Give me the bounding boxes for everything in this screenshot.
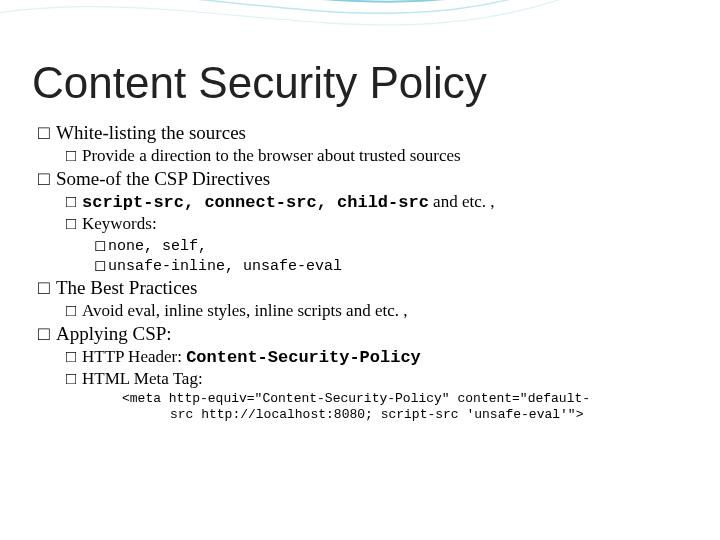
- bullet-text: and etc. ,: [429, 192, 495, 211]
- bullet-marker: ◻: [94, 256, 108, 274]
- bullet-marker: □: [38, 168, 56, 190]
- bullet-keywords-1: ◻ none, self,: [94, 236, 688, 255]
- bullet-marker: ◻: [94, 236, 108, 254]
- bullet-applying: □ Applying CSP:: [38, 323, 688, 345]
- code-line-2: src http://localhost:8080; script-src 'u…: [122, 407, 688, 423]
- bullet-directives: □ Some-of the CSP Directives: [38, 168, 688, 190]
- code-line-1: <meta http-equiv="Content-Security-Polic…: [122, 391, 590, 406]
- bullet-text: HTTP Header:: [82, 347, 186, 366]
- bullet-text: HTML Meta Tag:: [82, 369, 203, 388]
- bullet-keywords-2: ◻ unsafe-inline, unsafe-eval: [94, 256, 688, 275]
- bullet-whitelisting-sub: □ Provide a direction to the browser abo…: [66, 146, 688, 166]
- code-text: Content-Security-Policy: [186, 348, 421, 367]
- bullet-marker: □: [66, 192, 82, 212]
- code-text: unsafe-inline, unsafe-eval: [108, 258, 342, 275]
- bullet-text: White-listing the sources: [56, 122, 246, 143]
- code-text: script-src, connect-src, child-src: [82, 193, 429, 212]
- bullet-http-header: □ HTTP Header: Content-Security-Policy: [66, 347, 688, 367]
- bullet-directives-codes: □ script-src, connect-src, child-src and…: [66, 192, 688, 212]
- bullet-marker: □: [66, 301, 82, 321]
- bullet-text: The Best Practices: [56, 277, 197, 298]
- bullet-whitelisting: □ White-listing the sources: [38, 122, 688, 144]
- bullet-text: Some-of the CSP Directives: [56, 168, 270, 189]
- bullet-marker: □: [66, 146, 82, 166]
- bullet-text: Avoid eval, inline styles, inline script…: [82, 301, 407, 320]
- bullet-marker: □: [66, 347, 82, 367]
- bullet-marker: □: [38, 323, 56, 345]
- bullet-marker: □: [38, 277, 56, 299]
- bullet-text: Keywords:: [82, 214, 157, 233]
- bullet-meta-tag: □ HTML Meta Tag:: [66, 369, 688, 389]
- bullet-marker: □: [38, 122, 56, 144]
- bullet-keywords: □ Keywords:: [66, 214, 688, 234]
- code-text: none, self,: [108, 238, 207, 255]
- bullet-marker: □: [66, 369, 82, 389]
- bullet-best-practices: □ The Best Practices: [38, 277, 688, 299]
- bullet-best-practices-sub: □ Avoid eval, inline styles, inline scri…: [66, 301, 688, 321]
- bullet-text: Applying CSP:: [56, 323, 172, 344]
- bullet-text: Provide a direction to the browser about…: [82, 146, 461, 165]
- meta-example: <meta http-equiv="Content-Security-Polic…: [122, 391, 688, 424]
- slide-title: Content Security Policy: [32, 58, 688, 108]
- slide-content: Content Security Policy □ White-listing …: [0, 0, 720, 424]
- bullet-marker: □: [66, 214, 82, 234]
